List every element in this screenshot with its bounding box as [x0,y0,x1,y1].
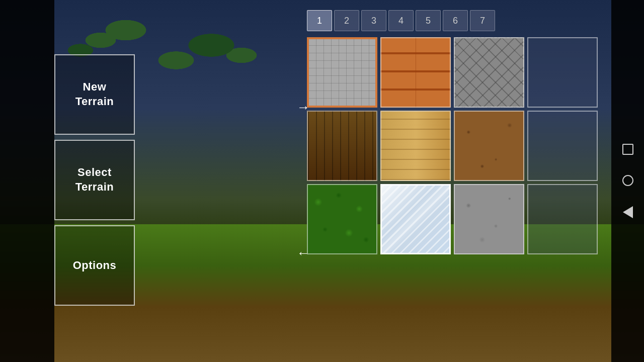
options-button[interactable]: Options [54,225,135,306]
terrain-cell-11[interactable] [454,184,524,254]
prev-arrow-area: ← [297,246,310,259]
terrain-cell-5[interactable] [307,111,377,181]
terrain-cell-4[interactable] [527,37,598,108]
prev-arrow-button[interactable]: ← [297,246,310,259]
page-tab-2[interactable]: 2 [334,10,359,31]
page-tab-5[interactable]: 5 [416,10,441,31]
terrain-cell-2[interactable] [380,37,451,108]
page-tab-1[interactable]: 1 [307,10,332,31]
terrain-cell-10[interactable] [380,184,451,254]
terrain-section: 1 2 3 4 5 6 7 [302,10,614,254]
new-terrain-button[interactable]: New Terrain [54,54,135,135]
panel-left [0,0,54,362]
terrain-cell-12[interactable] [527,184,598,254]
select-terrain-button[interactable]: Select Terrain [54,140,135,220]
page-tab-6[interactable]: 6 [443,10,468,31]
next-arrow-area: → [297,101,310,114]
next-arrow-button[interactable]: → [297,101,310,114]
page-tabs: 1 2 3 4 5 6 7 [302,10,614,31]
android-back-icon[interactable] [623,206,633,218]
terrain-grid [302,37,614,254]
android-square-icon[interactable] [622,144,633,155]
android-nav-panel [611,0,644,362]
terrain-cell-6[interactable] [380,111,451,181]
page-tab-7[interactable]: 7 [470,10,495,31]
terrain-cell-8[interactable] [527,111,598,181]
android-circle-icon[interactable] [622,175,633,186]
page-tab-4[interactable]: 4 [388,10,414,31]
terrain-cell-7[interactable] [454,111,524,181]
terrain-cell-1[interactable] [307,37,377,108]
menu-panel: New Terrain Select Terrain Options [54,54,135,306]
terrain-cell-3[interactable] [454,37,524,108]
page-tab-3[interactable]: 3 [361,10,386,31]
terrain-cell-9[interactable] [307,184,377,254]
